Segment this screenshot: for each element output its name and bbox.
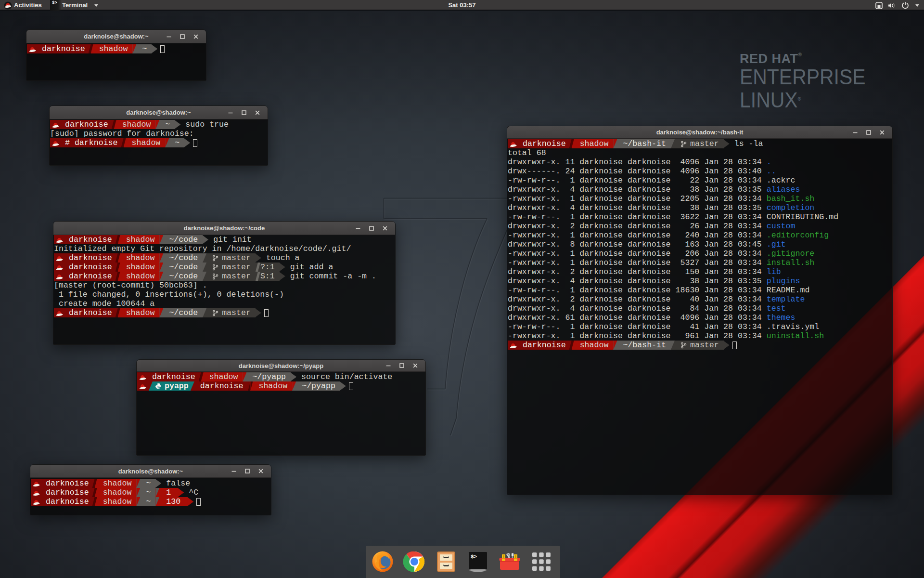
svg-text:$>: $> <box>471 554 477 560</box>
